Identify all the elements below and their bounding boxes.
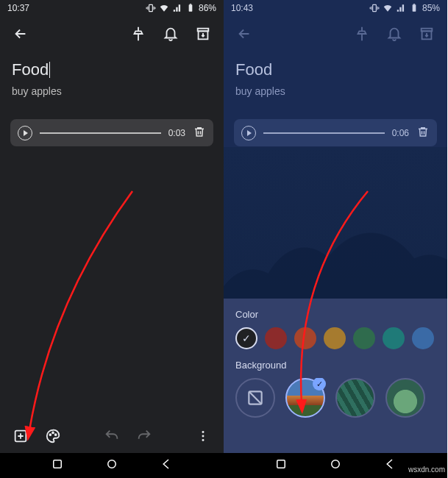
- status-bar: 10:37 86%: [0, 0, 224, 16]
- svg-rect-15: [413, 4, 416, 11]
- svg-rect-16: [413, 4, 415, 4]
- status-time: 10:43: [231, 3, 253, 13]
- battery-percent: 86%: [199, 3, 216, 13]
- audio-attachment: 0:03: [10, 119, 213, 146]
- reminder-button[interactable]: [157, 21, 184, 47]
- status-bar: 10:43 85%: [224, 0, 447, 16]
- status-icons: 85%: [369, 3, 440, 13]
- svg-point-9: [202, 431, 205, 433]
- note-title-text: Food: [235, 60, 272, 79]
- nav-back[interactable]: [160, 457, 173, 474]
- audio-attachment: 0:06: [234, 119, 437, 146]
- battery-icon: [185, 3, 196, 13]
- annotation-arrow-left: [22, 191, 147, 444]
- wifi-icon: [383, 3, 393, 13]
- color-swatch-6[interactable]: [412, 327, 434, 349]
- svg-rect-1: [189, 4, 193, 11]
- svg-rect-20: [277, 460, 285, 468]
- signal-icon: [396, 3, 406, 13]
- delete-audio-button[interactable]: [416, 125, 430, 140]
- app-header: [224, 16, 447, 51]
- svg-point-21: [332, 460, 340, 468]
- nav-home[interactable]: [105, 457, 118, 474]
- svg-rect-0: [149, 4, 153, 11]
- audio-duration: 0:06: [392, 128, 409, 138]
- play-button[interactable]: [18, 126, 32, 140]
- nav-home[interactable]: [329, 457, 342, 474]
- audio-track[interactable]: [263, 132, 385, 134]
- color-swatch-5[interactable]: [383, 327, 405, 349]
- note-body-input[interactable]: buy apples: [235, 85, 435, 97]
- background-option-none[interactable]: [235, 378, 275, 418]
- pin-button[interactable]: [125, 21, 152, 47]
- note-title-input[interactable]: Food: [235, 60, 435, 79]
- svg-point-11: [202, 439, 205, 441]
- reminder-button[interactable]: [381, 21, 408, 47]
- background-option-3[interactable]: [385, 378, 425, 418]
- svg-point-13: [108, 460, 116, 468]
- battery-icon: [409, 3, 419, 13]
- battery-percent: 85%: [422, 3, 440, 13]
- back-button[interactable]: [231, 21, 257, 47]
- signal-icon: [172, 3, 182, 13]
- status-time: 10:37: [7, 3, 29, 13]
- vibrate-icon: [369, 3, 380, 13]
- archive-button[interactable]: [190, 21, 216, 47]
- audio-track[interactable]: [40, 132, 161, 134]
- nav-back[interactable]: [383, 457, 397, 474]
- note-title-text: Food: [12, 60, 49, 79]
- svg-rect-14: [373, 4, 377, 11]
- play-button[interactable]: [241, 126, 256, 140]
- status-icons: 86%: [146, 3, 216, 13]
- svg-point-10: [202, 435, 205, 438]
- svg-rect-2: [190, 4, 191, 4]
- note-body-input[interactable]: buy apples: [12, 85, 212, 97]
- archive-button[interactable]: [413, 21, 440, 47]
- vibrate-icon: [146, 3, 156, 13]
- system-navbar: [0, 453, 224, 478]
- app-header: [0, 16, 224, 51]
- pin-button[interactable]: [349, 21, 375, 47]
- wifi-icon: [159, 3, 169, 13]
- nav-recents[interactable]: [51, 457, 64, 474]
- annotation-arrow-right: [280, 191, 383, 415]
- nav-recents[interactable]: [274, 457, 288, 474]
- more-button[interactable]: [191, 424, 215, 448]
- back-button[interactable]: [7, 21, 34, 47]
- watermark: wsxdn.com: [408, 465, 445, 474]
- delete-audio-button[interactable]: [193, 125, 206, 140]
- note-title-input[interactable]: Food: [12, 60, 212, 79]
- audio-duration: 0:03: [168, 128, 185, 138]
- svg-rect-12: [54, 460, 62, 468]
- text-cursor: [49, 62, 50, 78]
- color-swatch-0[interactable]: [235, 327, 257, 349]
